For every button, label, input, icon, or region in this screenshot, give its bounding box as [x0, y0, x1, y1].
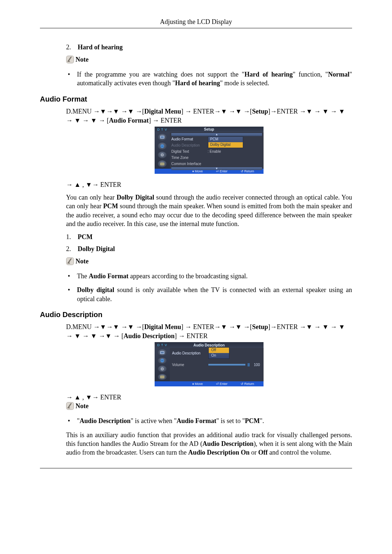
svg-rect-6: [160, 163, 164, 165]
svg-point-5: [162, 155, 163, 156]
osd-scroll-down[interactable]: ▼: [171, 167, 262, 170]
bullet-text: If the programme you are watching does n…: [77, 70, 352, 88]
osd-sidebar: [155, 132, 170, 169]
sidebar-icon-language[interactable]: [158, 160, 167, 167]
list-item-dolby: 2. Dolby Digital: [66, 245, 352, 253]
page-header: Adjusting the LCD Display: [40, 18, 352, 28]
bullet-dot: •: [66, 70, 72, 88]
bullet-af-signal: • The Audio Format appears according to …: [66, 272, 352, 280]
dd-item-dolby[interactable]: Dolby Digital: [208, 142, 243, 148]
nav-select-ad: → ▲ , ▼→ ENTER: [66, 394, 352, 401]
para-audio-description: This is an auxiliary audio function that…: [66, 431, 352, 457]
osd-row-common-interface[interactable]: Common Interface: [171, 161, 262, 167]
bullet-af-optical: • Dolby digital sound is only available …: [66, 286, 352, 303]
svg-point-12: [162, 368, 163, 369]
note-label: Note: [75, 258, 89, 265]
sidebar-icon-language[interactable]: [158, 374, 167, 380]
sidebar-icon-gear[interactable]: [158, 152, 167, 159]
svg-rect-9: [161, 352, 164, 353]
list-item-pcm: 1. PCM: [66, 233, 352, 241]
sidebar-icon-gear[interactable]: [158, 366, 167, 372]
note-row: Note: [66, 56, 352, 63]
volume-value: 100: [252, 363, 261, 367]
osd-dropdown-ad[interactable]: Off On: [208, 347, 229, 359]
svg-rect-2: [161, 136, 164, 138]
osd-foot-enter: ⏎ Enter: [216, 382, 228, 386]
heading-audio-format: Audio Format: [40, 95, 352, 103]
osd-setup: D T V Setup: [155, 127, 264, 174]
note-icon: [66, 402, 74, 410]
osd-footer: ♦ Move ⏎ Enter ↺ Return: [155, 381, 264, 386]
sidebar-icon-globe[interactable]: [158, 143, 167, 149]
note-label: Note: [75, 402, 89, 410]
sidebar-icon-globe[interactable]: [158, 358, 167, 364]
svg-rect-13: [160, 376, 164, 378]
osd-foot-move: ♦ Move: [192, 382, 203, 386]
heading-audio-description: Audio Description: [40, 311, 352, 319]
note-label: Note: [75, 56, 89, 63]
list-item-hard-of-hearing: 2. Hard of hearing: [66, 44, 352, 51]
dd-item-pcm[interactable]: PCM: [208, 137, 243, 142]
osd-dtv-label: D T V: [155, 343, 170, 347]
dd-item-on[interactable]: On: [209, 353, 229, 358]
note-row-ad: Note: [66, 402, 352, 410]
volume-thumb[interactable]: [248, 363, 250, 366]
osd-row-volume[interactable]: Volume 100: [172, 362, 261, 368]
osd-foot-return: ↺ Return: [241, 382, 254, 386]
osd-dtv-label: D T V: [155, 128, 170, 131]
note-row-af: Note: [66, 257, 352, 265]
note-icon: [66, 56, 74, 63]
note-icon: [66, 257, 74, 265]
osd-title: Setup: [170, 127, 248, 131]
osd-sidebar: [155, 348, 170, 381]
sidebar-icon-picture[interactable]: [158, 349, 167, 356]
nav-path-audio-description: D.MENU →▼→▼ →▼ →[Digital Menu] → ENTER→▼…: [66, 323, 352, 341]
osd-dropdown-audio-format[interactable]: PCM Dolby Digital: [208, 136, 243, 148]
bullet-hoh-normal: • If the programme you are watching does…: [66, 70, 352, 88]
list-number: 2.: [66, 44, 72, 51]
osd-scroll-up[interactable]: ▲: [171, 133, 262, 136]
sidebar-icon-picture[interactable]: [158, 134, 167, 141]
nav-select-af: → ▲ , ▼→ ENTER: [66, 181, 352, 189]
osd-row-time-zone[interactable]: Time Zone: [171, 155, 262, 161]
dd-item-off[interactable]: Off: [209, 348, 229, 353]
osd-row-digital-text[interactable]: Digital Text : Enable: [171, 149, 262, 155]
volume-bar[interactable]: [208, 364, 245, 366]
bullet-ad-pcm: • "Audio Description" is active when "Au…: [66, 416, 352, 425]
para-audio-format: You can only hear Dolby Digital sound th…: [66, 193, 352, 228]
footer-rule: [40, 468, 352, 468]
osd-row-ad[interactable]: Audio Description Off On: [172, 350, 261, 356]
osd-audio-description: D T V Audio Description: [155, 342, 264, 386]
list-label: Hard of hearing: [78, 44, 123, 51]
nav-path-audio-format: D.MENU →▼→▼ →▼ →[Digital Menu] → ENTER→▼…: [66, 107, 352, 125]
osd-title: Audio Description: [170, 343, 248, 347]
